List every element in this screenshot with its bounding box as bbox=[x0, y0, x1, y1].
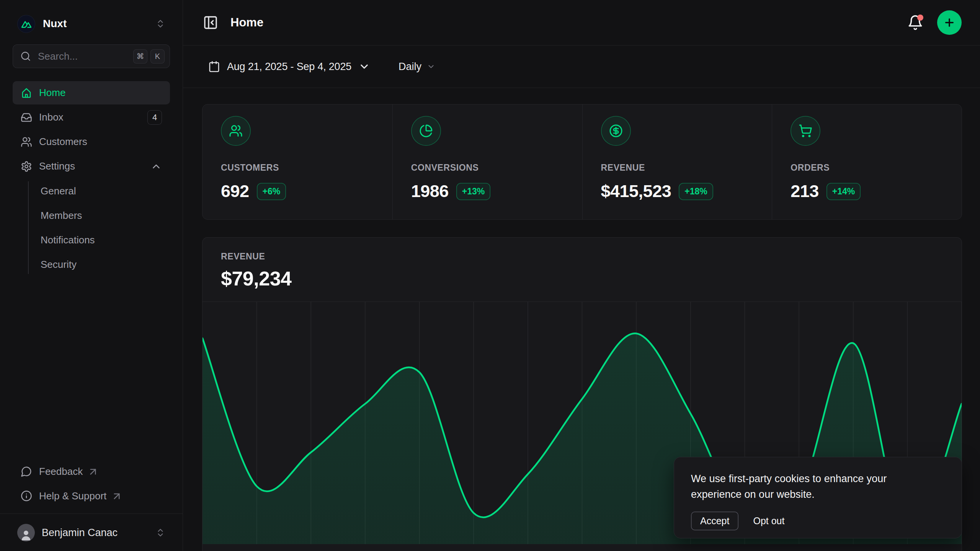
calendar-icon bbox=[208, 60, 220, 73]
sidebar-item-label: Help & Support bbox=[39, 490, 106, 502]
chart-pie-icon bbox=[419, 124, 433, 138]
revenue-card-value: $79,234 bbox=[221, 267, 943, 290]
revenue-card-header: REVENUE $79,234 bbox=[203, 238, 962, 302]
chevron-down-icon bbox=[427, 62, 435, 71]
filters-toolbar: Aug 21, 2025 - Sep 4, 2025 Daily bbox=[183, 46, 980, 88]
user-menu[interactable]: Benjamin Canac bbox=[13, 519, 170, 546]
stat-icon-badge bbox=[411, 116, 441, 146]
sidebar-item-home[interactable]: Home bbox=[13, 81, 170, 104]
cookie-actions: Accept Opt out bbox=[691, 512, 945, 530]
add-button[interactable] bbox=[937, 10, 962, 35]
page-title: Home bbox=[230, 16, 263, 29]
arrow-up-right-icon bbox=[111, 491, 122, 502]
inbox-count-badge: 4 bbox=[147, 110, 162, 125]
team-name: Nuxt bbox=[43, 18, 67, 30]
chevrons-up-down-icon bbox=[155, 19, 165, 29]
stat-value-row: $415,523+18% bbox=[601, 181, 754, 201]
arrow-up-right-icon bbox=[87, 466, 99, 478]
app-root: Nuxt Search... ⌘ K HomeInbox4CustomersSe… bbox=[0, 0, 980, 551]
sidebar-item-label: Feedback bbox=[39, 466, 83, 478]
sidebar-subnav-settings: GeneralMembersNotificationsSecurity bbox=[13, 179, 170, 276]
sidebar-nav: HomeInbox4CustomersSettingsGeneralMember… bbox=[13, 81, 170, 276]
page-header: Home bbox=[183, 0, 980, 46]
stat-delta-badge: +18% bbox=[679, 183, 713, 200]
sidebar-spacer bbox=[13, 276, 170, 461]
users-icon bbox=[21, 136, 32, 148]
team-switcher[interactable]: Nuxt bbox=[13, 11, 170, 36]
circle-dollar-icon bbox=[609, 124, 623, 138]
search-input[interactable]: Search... ⌘ K bbox=[13, 44, 170, 68]
info-icon bbox=[21, 490, 32, 502]
stat-cell-orders: ORDERS213+14% bbox=[772, 104, 962, 219]
sidebar-item-label: Settings bbox=[39, 160, 75, 172]
notifications-button[interactable] bbox=[907, 15, 923, 31]
revenue-card-label: REVENUE bbox=[221, 251, 943, 262]
sidebar-item-settings[interactable]: Settings bbox=[13, 155, 170, 178]
header-actions bbox=[907, 10, 962, 35]
sidebar-item-security[interactable]: Security bbox=[13, 253, 170, 276]
stat-value: 692 bbox=[221, 181, 249, 201]
stat-value: 1986 bbox=[411, 181, 449, 201]
stat-icon-badge bbox=[601, 116, 631, 146]
sidebar-item-general[interactable]: General bbox=[13, 179, 170, 203]
search-shortcut: ⌘ K bbox=[133, 49, 165, 64]
stat-label: CONVERSIONS bbox=[411, 163, 564, 173]
k-kbd: K bbox=[150, 49, 165, 64]
chevron-down-icon bbox=[358, 60, 370, 73]
cookie-banner: We use first-party cookies to enhance yo… bbox=[674, 457, 962, 538]
notification-dot bbox=[917, 15, 923, 21]
search-icon bbox=[20, 51, 31, 62]
inbox-icon bbox=[21, 112, 32, 123]
cart-icon bbox=[799, 124, 812, 138]
date-range-label: Aug 21, 2025 - Sep 4, 2025 bbox=[227, 61, 351, 73]
sidebar-footer-links: FeedbackHelp & Support bbox=[13, 461, 170, 514]
search-placeholder: Search... bbox=[38, 51, 126, 62]
stat-cell-customers: CUSTOMERS692+6% bbox=[203, 104, 392, 219]
date-range-picker[interactable]: Aug 21, 2025 - Sep 4, 2025 bbox=[202, 56, 376, 77]
stat-value-row: 692+6% bbox=[221, 181, 374, 201]
stat-value: 213 bbox=[791, 181, 819, 201]
avatar bbox=[17, 524, 35, 541]
sidebar-item-notifications[interactable]: Notifications bbox=[13, 228, 170, 252]
collapse-sidebar-button[interactable] bbox=[203, 15, 218, 30]
user-section: Benjamin Canac bbox=[0, 514, 183, 551]
chevrons-up-down-icon bbox=[155, 528, 165, 538]
sidebar-item-label: Customers bbox=[39, 136, 87, 148]
chevron-up-icon bbox=[150, 161, 162, 172]
stat-value: $415,523 bbox=[601, 181, 671, 201]
cookie-message: We use first-party cookies to enhance yo… bbox=[691, 471, 921, 502]
stat-value-row: 213+14% bbox=[791, 181, 943, 201]
nuxt-logo-icon bbox=[17, 15, 35, 33]
plus-icon bbox=[943, 16, 956, 29]
stat-icon-badge bbox=[791, 116, 820, 146]
settings-icon bbox=[21, 161, 32, 172]
sidebar-item-help-support[interactable]: Help & Support bbox=[13, 485, 170, 507]
users-icon bbox=[229, 124, 243, 138]
accept-cookies-button[interactable]: Accept bbox=[691, 512, 738, 530]
sidebar-item-feedback[interactable]: Feedback bbox=[13, 461, 170, 482]
sidebar-item-inbox[interactable]: Inbox4 bbox=[13, 106, 170, 129]
granularity-label: Daily bbox=[399, 61, 421, 73]
sidebar-item-label: Home bbox=[39, 87, 65, 99]
sidebar-item-customers[interactable]: Customers bbox=[13, 130, 170, 153]
stat-delta-badge: +13% bbox=[456, 183, 490, 200]
command-kbd: ⌘ bbox=[133, 49, 147, 64]
stats-card: CUSTOMERS692+6%CONVERSIONS1986+13%REVENU… bbox=[202, 104, 962, 220]
granularity-select[interactable]: Daily bbox=[393, 57, 441, 77]
stat-label: CUSTOMERS bbox=[221, 163, 374, 173]
stat-delta-badge: +14% bbox=[826, 183, 861, 200]
stat-value-row: 1986+13% bbox=[411, 181, 564, 201]
user-name: Benjamin Canac bbox=[42, 527, 118, 539]
optout-cookies-button[interactable]: Opt out bbox=[753, 515, 784, 527]
message-circle-icon bbox=[21, 466, 32, 477]
stat-icon-badge bbox=[221, 116, 251, 146]
stat-cell-conversions: CONVERSIONS1986+13% bbox=[392, 104, 582, 219]
stat-label: REVENUE bbox=[601, 163, 754, 173]
stat-delta-badge: +6% bbox=[257, 183, 286, 200]
sidebar: Nuxt Search... ⌘ K HomeInbox4CustomersSe… bbox=[0, 0, 183, 551]
sidebar-item-members[interactable]: Members bbox=[13, 204, 170, 227]
sidebar-item-label: Inbox bbox=[39, 111, 64, 123]
stat-label: ORDERS bbox=[791, 163, 943, 173]
stat-cell-revenue: REVENUE$415,523+18% bbox=[582, 104, 772, 219]
house-icon bbox=[21, 87, 32, 99]
